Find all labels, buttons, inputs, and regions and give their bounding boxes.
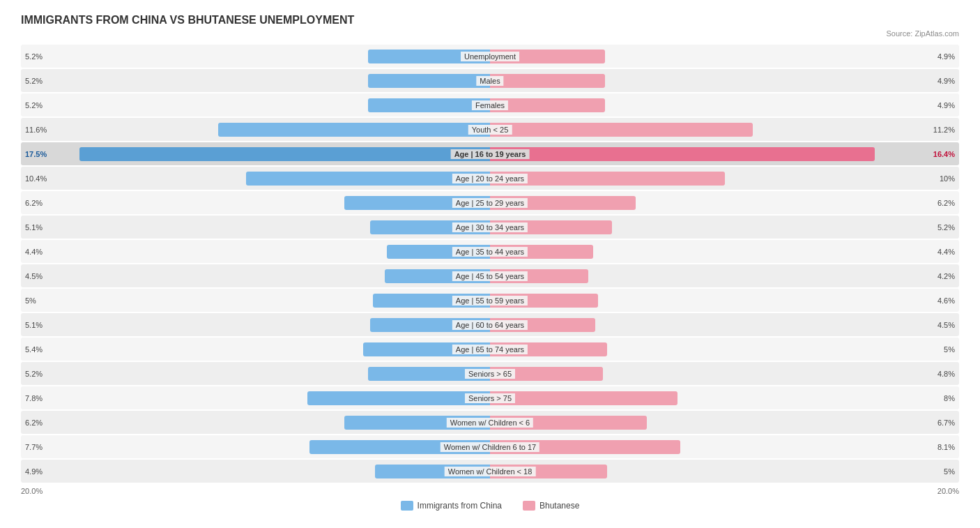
pink-bar (490, 50, 605, 63)
left-value: 5.2% (25, 101, 43, 110)
pink-bar (490, 172, 725, 186)
right-value: 8.1% (937, 443, 955, 451)
table-row: 6.2%Women w/ Children < 66.7% (21, 411, 959, 434)
chart-title: IMMIGRANTS FROM CHINA VS BHUTANESE UNEMP… (21, 14, 959, 27)
blue-bar (387, 245, 490, 259)
right-value: 4.4% (937, 248, 955, 256)
left-section: 5.2% (21, 362, 490, 385)
right-value: 8% (944, 394, 955, 402)
right-value: 4.2% (937, 272, 955, 280)
blue-bar (344, 416, 490, 430)
right-value: 10% (940, 174, 955, 183)
right-value: 4.8% (937, 370, 955, 378)
left-value: 5.1% (25, 223, 43, 232)
right-section: 10% (490, 167, 959, 190)
blue-bar (307, 391, 490, 405)
table-row: 4.4%Age | 35 to 44 years4.4% (21, 240, 959, 263)
legend-box-blue (401, 501, 413, 511)
pink-bar (490, 220, 612, 234)
left-value: 7.8% (25, 394, 43, 402)
blue-bar (373, 294, 490, 308)
table-row: 5.4%Age | 65 to 74 years5% (21, 338, 959, 361)
right-section: 16.4% (490, 142, 959, 165)
left-value: 5% (25, 296, 36, 305)
source-label: Source: ZipAtlas.com (21, 29, 959, 38)
pink-bar (490, 391, 677, 405)
left-value: 5.4% (25, 345, 43, 354)
pink-bar (490, 342, 607, 356)
right-value: 4.5% (937, 321, 955, 329)
pink-bar (490, 147, 875, 161)
table-row: 5.1%Age | 60 to 64 years4.5% (21, 313, 959, 336)
right-value: 11.2% (933, 126, 955, 134)
right-value: 4.9% (937, 52, 955, 61)
left-value: 7.7% (25, 443, 43, 451)
table-row: 5.1%Age | 30 to 34 years5.2% (21, 216, 959, 239)
left-section: 4.9% (21, 460, 490, 483)
left-section: 17.5% (21, 142, 490, 165)
axis-left: 20.0% (21, 487, 43, 495)
left-section: 5.1% (21, 216, 490, 239)
blue-bar (368, 50, 490, 63)
table-row: 17.5%Age | 16 to 19 years16.4% (21, 142, 959, 165)
left-section: 5.2% (21, 45, 490, 68)
left-value: 6.2% (25, 199, 43, 207)
table-row: 6.2%Age | 25 to 29 years6.2% (21, 191, 959, 214)
right-value: 4.6% (937, 296, 955, 305)
right-section: 4.2% (490, 264, 959, 287)
blue-bar (79, 147, 490, 161)
left-section: 4.4% (21, 240, 490, 263)
right-section: 11.2% (490, 118, 959, 141)
table-row: 5.2%Seniors > 654.8% (21, 362, 959, 385)
left-section: 6.2% (21, 191, 490, 214)
blue-bar (218, 123, 490, 137)
table-row: 10.4%Age | 20 to 24 years10% (21, 167, 959, 190)
right-section: 4.9% (490, 69, 959, 92)
right-section: 4.6% (490, 289, 959, 312)
left-section: 5.2% (21, 93, 490, 116)
axis-row: 20.0% 20.0% (21, 487, 959, 495)
right-section: 5.2% (490, 216, 959, 239)
left-value: 5.2% (25, 370, 43, 378)
blue-bar (309, 440, 490, 454)
right-value: 4.9% (937, 101, 955, 110)
left-value: 6.2% (25, 418, 43, 427)
right-section: 8% (490, 386, 959, 409)
pink-bar (490, 416, 647, 430)
pink-bar (490, 98, 605, 112)
table-row: 5.2%Unemployment4.9% (21, 45, 959, 68)
pink-bar (490, 465, 607, 478)
left-value: 5.1% (25, 321, 43, 329)
left-section: 10.4% (21, 167, 490, 190)
right-value: 16.4% (933, 150, 955, 158)
pink-bar (490, 269, 588, 283)
legend-box-pink (523, 501, 535, 511)
right-section: 5% (490, 338, 959, 361)
blue-bar (368, 74, 490, 88)
pink-bar (490, 245, 593, 259)
right-section: 8.1% (490, 435, 959, 458)
right-section: 6.2% (490, 191, 959, 214)
left-value: 11.6% (25, 126, 47, 134)
left-section: 7.8% (21, 386, 490, 409)
left-section: 5.4% (21, 338, 490, 361)
table-row: 11.6%Youth < 2511.2% (21, 118, 959, 141)
left-value: 17.5% (25, 150, 47, 158)
blue-bar (370, 220, 490, 234)
legend-label-left: Immigrants from China (418, 501, 502, 511)
pink-bar (490, 318, 595, 332)
right-section: 5% (490, 460, 959, 483)
blue-bar (246, 172, 490, 186)
left-section: 4.5% (21, 264, 490, 287)
right-value: 5% (944, 345, 955, 354)
blue-bar (385, 269, 490, 283)
pink-bar (490, 440, 680, 454)
blue-bar (368, 367, 490, 381)
left-section: 7.7% (21, 435, 490, 458)
left-value: 4.5% (25, 272, 43, 280)
blue-bar (368, 98, 490, 112)
blue-bar (363, 342, 490, 356)
right-section: 4.8% (490, 362, 959, 385)
axis-right: 20.0% (937, 487, 959, 495)
pink-bar (490, 367, 603, 381)
